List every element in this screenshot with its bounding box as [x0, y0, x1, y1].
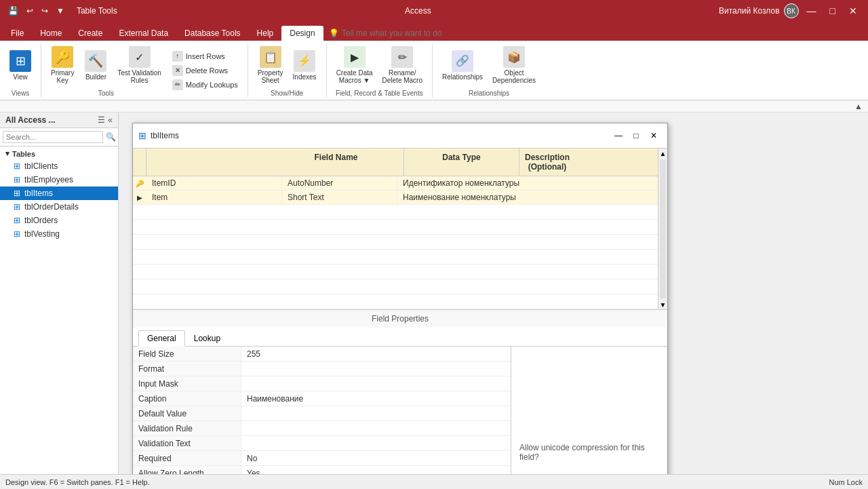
ribbon-group-tools: 🔑 PrimaryKey 🔨 Builder ✓ Test Validation…	[41, 43, 248, 97]
vertical-scrollbar[interactable]: ▲ ▼	[658, 149, 667, 309]
sidebar-label-tblitems: tblItems	[24, 189, 53, 198]
undo-button[interactable]: ↩	[24, 5, 36, 17]
prop-row-validation-rule: Validation Rule	[133, 421, 511, 436]
prop-row-format: Format	[133, 361, 511, 376]
prop-row-field-size: Field Size 255	[133, 347, 511, 361]
content-area: ⊞ tblItems — □ ✕ Fi	[119, 113, 868, 474]
property-sheet-button[interactable]: 📋 PropertySheet	[254, 43, 288, 87]
prop-label-default-value: Default Value	[133, 406, 241, 420]
ribbon-group-relationships: 🔗 Relationships 📦 ObjectDependencies Rel…	[433, 43, 545, 97]
table-row-empty	[133, 250, 658, 265]
collapse-ribbon-button[interactable]: ▲	[854, 102, 863, 111]
prop-value-required[interactable]: No	[241, 451, 511, 465]
tell-me-area[interactable]: 💡	[323, 26, 469, 41]
create-data-macros-button[interactable]: ▶ Create DataMacros ▼	[332, 43, 377, 87]
prop-row-input-mask: Input Mask	[133, 376, 511, 391]
relationships-icon: 🔗	[452, 50, 473, 72]
cell-description-2[interactable]: Наименование номенклатуры	[397, 191, 658, 204]
sidebar-item-tblclients[interactable]: ⊞ tblClients	[0, 159, 118, 173]
modal-close-button[interactable]: ✕	[646, 128, 662, 144]
save-button[interactable]: 💾	[5, 5, 21, 17]
tab-home[interactable]: Home	[32, 26, 70, 41]
modal-minimize-button[interactable]: —	[610, 128, 627, 144]
sidebar-menu-button[interactable]: ☰	[98, 115, 105, 125]
indexes-icon: ⚡	[294, 50, 315, 72]
table-row[interactable]: ▶ Item Short Text Наименование номенклат…	[133, 191, 658, 205]
table-icon-tblclients: ⊞	[14, 161, 20, 171]
sidebar-item-tblorderdetails[interactable]: ⊞ tblOrderDetails	[0, 200, 118, 214]
test-validation-icon: ✓	[129, 46, 151, 68]
tab-lookup[interactable]: Lookup	[185, 330, 229, 346]
sidebar-header: All Access ... ☰ «	[0, 113, 118, 128]
prop-value-format[interactable]	[241, 361, 511, 376]
prop-label-required: Required	[133, 451, 241, 465]
prop-value-allow-zero-length[interactable]: Yes	[241, 466, 511, 474]
tab-help[interactable]: Help	[249, 26, 282, 41]
builder-button[interactable]: 🔨 Builder	[81, 47, 111, 83]
field-events-buttons: ▶ Create DataMacros ▼ ✏ Rename/Delete Ma…	[332, 43, 427, 87]
table-icon-tblitems: ⊞	[14, 189, 20, 198]
indexes-button[interactable]: ⚡ Indexes	[289, 47, 321, 83]
user-area: Виталий Козлов ВК	[719, 3, 799, 18]
cell-field-name-1[interactable]: ItemID	[146, 176, 282, 190]
rename-delete-macro-button[interactable]: ✏ Rename/Delete Macro	[378, 43, 427, 87]
scroll-track	[660, 159, 666, 298]
sidebar-collapse-button[interactable]: «	[108, 115, 113, 125]
properties-table: Field Size 255 Format Input Mask Cap	[133, 347, 511, 474]
title-bar-left: 💾 ↩ ↪ ▼ Table Tools	[5, 5, 117, 17]
delete-rows-button[interactable]: ✕ Delete Rows	[168, 64, 242, 77]
primary-key-icon: 🔑	[52, 46, 73, 68]
tell-me-input[interactable]	[342, 28, 464, 38]
prop-value-input-mask[interactable]	[241, 376, 511, 391]
tab-create[interactable]: Create	[70, 26, 111, 41]
tab-file[interactable]: File	[3, 26, 32, 41]
table-wrapper: Field Name Data Type Description (Option…	[133, 149, 667, 309]
table-icon-tblorderdetails: ⊞	[14, 202, 20, 212]
modify-lookups-button[interactable]: ✏ Modify Lookups	[168, 78, 242, 92]
cell-description-1[interactable]: Идентификатор номенклатуры	[397, 176, 658, 190]
test-validation-button[interactable]: ✓ Test ValidationRules	[113, 43, 165, 87]
table-header: Field Name Data Type Description (Option…	[133, 149, 658, 176]
table-icon-tblorders: ⊞	[14, 216, 20, 225]
scroll-down-button[interactable]: ▼	[658, 300, 667, 309]
sidebar-label-tblemployees: tblEmployees	[24, 175, 73, 184]
search-input[interactable]	[3, 131, 103, 143]
tab-database-tools[interactable]: Database Tools	[176, 26, 249, 41]
quick-access-dropdown[interactable]: ▼	[54, 5, 67, 17]
ribbon-sub-bar: ▲	[0, 100, 868, 113]
primary-key-button[interactable]: 🔑 PrimaryKey	[47, 43, 78, 87]
sidebar-item-tblorders[interactable]: ⊞ tblOrders	[0, 214, 118, 227]
tab-external-data[interactable]: External Data	[111, 26, 176, 41]
maximize-button[interactable]: □	[825, 3, 841, 19]
field-properties-tabs: General Lookup	[133, 328, 667, 347]
minimize-button[interactable]: —	[802, 3, 822, 19]
scroll-up-button[interactable]: ▲	[658, 149, 667, 158]
modal-maximize-button[interactable]: □	[628, 128, 644, 144]
tab-general[interactable]: General	[138, 330, 185, 347]
close-button[interactable]: ✕	[844, 3, 863, 19]
tables-section-arrow: ▾	[5, 149, 9, 158]
object-dependencies-button[interactable]: 📦 ObjectDependencies	[488, 43, 540, 87]
prop-value-validation-text[interactable]	[241, 436, 511, 450]
cell-data-type-2[interactable]: Short Text	[282, 191, 397, 204]
insert-rows-button[interactable]: ↑ Insert Rows	[168, 50, 242, 63]
sidebar-item-tblitems[interactable]: ⊞ tblItems	[0, 187, 118, 200]
prop-value-field-size[interactable]: 255	[241, 347, 511, 361]
search-button[interactable]: 🔍	[106, 132, 116, 142]
redo-button[interactable]: ↪	[39, 5, 51, 17]
sidebar-item-tblemployees[interactable]: ⊞ tblEmployees	[0, 173, 118, 187]
user-avatar[interactable]: ВК	[784, 3, 799, 18]
table-row[interactable]: 🔑 ItemID AutoNumber Идентификатор номенк…	[133, 176, 658, 191]
prop-value-caption[interactable]: Наименование	[241, 391, 511, 406]
tab-design[interactable]: Design	[281, 26, 323, 41]
relationships-button[interactable]: 🔗 Relationships	[438, 47, 487, 83]
cell-field-name-2[interactable]: Item	[146, 191, 282, 204]
prop-value-validation-rule[interactable]	[241, 421, 511, 435]
sidebar-item-tblvesting[interactable]: ⊞ tblVesting	[0, 227, 118, 241]
ribbon: ⊞ View Views 🔑 PrimaryKey 🔨 Builder ✓ Te…	[0, 41, 868, 100]
ribbon-group-field-events: ▶ Create DataMacros ▼ ✏ Rename/Delete Ma…	[327, 43, 433, 97]
sidebar-label-tblclients: tblClients	[24, 161, 58, 171]
view-button[interactable]: ⊞ View	[5, 47, 35, 83]
prop-value-default-value[interactable]	[241, 406, 511, 420]
cell-data-type-1[interactable]: AutoNumber	[282, 176, 397, 190]
